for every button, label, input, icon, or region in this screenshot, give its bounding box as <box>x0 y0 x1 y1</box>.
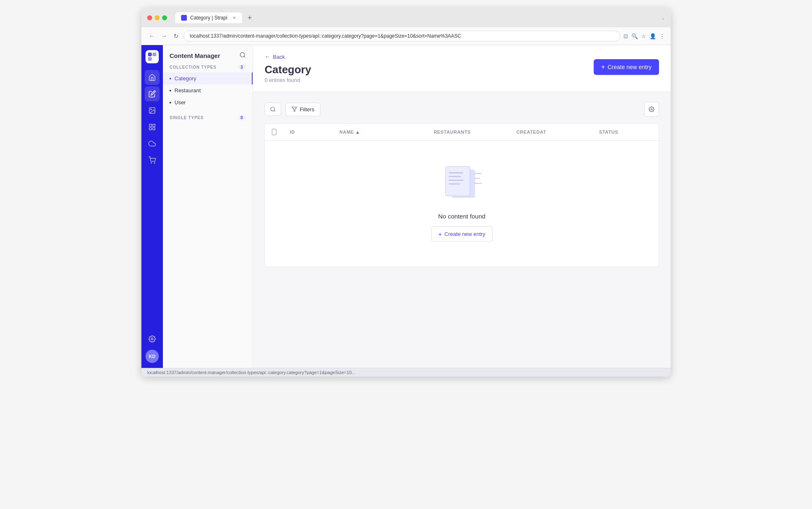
svg-rect-8 <box>149 128 151 130</box>
svg-rect-5 <box>149 124 151 126</box>
main-content: ← Back Category 0 entries found + Create… <box>253 45 671 368</box>
page-title: Category <box>265 63 311 76</box>
empty-state-title: No content found <box>438 213 485 220</box>
url-text: localhost:1337/admin/content-manager/col… <box>190 33 461 39</box>
tab-close-button[interactable]: ✕ <box>232 15 236 21</box>
window-controls <box>147 15 167 20</box>
rail-bottom: KD <box>145 331 160 363</box>
svg-point-14 <box>271 107 275 111</box>
zoom-icon[interactable]: 🔍 <box>631 33 638 39</box>
sort-ascending-icon: ▲ <box>356 130 360 134</box>
back-link-label: Back <box>273 54 285 60</box>
col-id[interactable]: ID <box>283 124 333 140</box>
rail-icon-layout[interactable] <box>145 120 160 134</box>
bookmark-icon[interactable]: ☆ <box>641 33 646 39</box>
svg-marker-16 <box>292 107 297 112</box>
sidebar-item-user-label: User <box>174 99 186 106</box>
col-name[interactable]: NAME ▲ <box>333 124 427 140</box>
rail-icon-shop[interactable] <box>145 153 160 168</box>
minimize-window-button[interactable] <box>155 15 160 20</box>
browser-nav: ← → ↻ localhost:1337/admin/content-manag… <box>141 27 671 45</box>
rail-icon-settings[interactable] <box>145 331 160 346</box>
window-menu-icon[interactable]: ⌄ <box>661 15 665 21</box>
sidebar-item-dot <box>170 90 171 91</box>
toolbar: Filters <box>265 102 659 117</box>
back-arrow-icon: ← <box>265 53 270 60</box>
sidebar-item-category[interactable]: Category <box>163 72 253 84</box>
col-status[interactable]: STATUS <box>592 124 659 140</box>
icon-rail: KD <box>141 45 163 368</box>
rail-icon-home[interactable] <box>145 70 160 85</box>
status-bar-url: localhost:1337/admin/content-manager/col… <box>147 370 356 375</box>
svg-point-17 <box>651 108 652 110</box>
svg-point-10 <box>154 163 155 163</box>
collection-types-label: COLLECTION TYPES 3 <box>163 65 253 70</box>
content-area: Filters <box>253 92 671 277</box>
maximize-window-button[interactable] <box>162 15 167 20</box>
strapi-logo[interactable] <box>146 50 159 63</box>
cast-icon[interactable]: ⊡ <box>623 33 628 39</box>
single-types-badge: 0 <box>238 115 246 120</box>
user-avatar[interactable]: KD <box>146 350 159 363</box>
table-header: ID NAME ▲ RESTAURANTS CREATEDAT <box>265 124 659 141</box>
svg-point-4 <box>150 109 151 110</box>
entries-count: 0 entries found <box>265 77 311 83</box>
svg-rect-1 <box>153 53 156 56</box>
create-entry-button-header[interactable]: + Create new entry <box>594 59 659 75</box>
header-left: ← Back Category 0 entries found <box>265 53 311 83</box>
sidebar-search-button[interactable] <box>239 52 246 60</box>
select-all-checkbox[interactable] <box>272 129 277 135</box>
table-select-all-header <box>265 124 283 140</box>
sidebar-item-restaurant-label: Restaurant <box>174 87 201 94</box>
col-restaurants[interactable]: RESTAURANTS <box>427 124 510 140</box>
svg-rect-2 <box>148 57 152 61</box>
collection-types-badge: 3 <box>238 65 246 70</box>
svg-point-11 <box>151 338 153 340</box>
browser-titlebar: Category | Strapi ✕ + ⌄ <box>141 8 671 27</box>
browser-window: Category | Strapi ✕ + ⌄ ← → ↻ localhost:… <box>141 8 671 377</box>
tab-title: Category | Strapi <box>190 15 227 21</box>
svg-line-13 <box>244 56 245 58</box>
col-id-label: ID <box>290 130 295 134</box>
svg-point-12 <box>240 53 245 57</box>
col-createdat[interactable]: CREATEDAT <box>510 124 592 140</box>
user-initials: KD <box>149 354 155 359</box>
menu-icon[interactable]: ⋮ <box>659 33 665 39</box>
browser-nav-icons: ⊡ 🔍 ☆ 👤 ⋮ <box>623 33 665 39</box>
sidebar-header: Content Manager <box>163 52 253 65</box>
sidebar-item-user[interactable]: User <box>163 96 253 108</box>
sidebar-item-dot <box>170 102 171 103</box>
back-link[interactable]: ← Back <box>265 53 311 60</box>
sidebar-item-category-label: Category <box>174 75 196 82</box>
search-button[interactable] <box>265 103 281 116</box>
filters-button[interactable]: Filters <box>285 103 320 116</box>
address-bar[interactable]: localhost:1337/admin/content-manager/col… <box>184 31 620 41</box>
create-btn-plus-icon: + <box>601 63 605 71</box>
col-restaurants-label: RESTAURANTS <box>434 130 471 134</box>
sidebar-item-dot <box>170 78 171 79</box>
sidebar-item-restaurant[interactable]: Restaurant <box>163 84 253 96</box>
refresh-nav-button[interactable]: ↻ <box>172 31 180 41</box>
svg-point-9 <box>151 163 152 163</box>
col-status-label: STATUS <box>599 130 618 134</box>
browser-tab[interactable]: Category | Strapi ✕ <box>175 12 242 23</box>
sidebar-title: Content Manager <box>170 52 220 59</box>
new-tab-button[interactable]: + <box>245 14 255 22</box>
rail-icon-plugins[interactable] <box>145 136 160 151</box>
col-name-label: NAME <box>339 130 354 134</box>
create-entry-button-empty[interactable]: + Create new entry <box>431 226 492 242</box>
rail-icon-media[interactable] <box>145 103 160 118</box>
rail-icon-content[interactable] <box>145 86 160 101</box>
sparkle-lines <box>474 173 482 184</box>
forward-nav-button[interactable]: → <box>160 31 169 41</box>
data-table: ID NAME ▲ RESTAURANTS CREATEDAT <box>265 123 659 267</box>
profile-icon[interactable]: 👤 <box>650 33 656 39</box>
close-window-button[interactable] <box>147 15 152 20</box>
tab-bar: Category | Strapi ✕ + <box>175 12 657 23</box>
single-types-label: SINGLE TYPES 0 <box>163 115 253 120</box>
svg-rect-7 <box>153 128 155 130</box>
svg-rect-6 <box>153 124 155 126</box>
empty-state: No content found + Create new entry <box>265 141 659 267</box>
table-settings-button[interactable] <box>644 102 659 117</box>
back-nav-button[interactable]: ← <box>147 31 156 41</box>
